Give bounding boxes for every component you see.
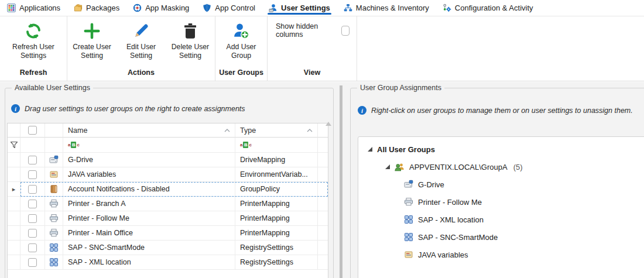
show-hidden-columns-checkbox[interactable] xyxy=(341,26,350,36)
button-label: Refresh User Settings xyxy=(4,43,63,60)
button-label: Edit User Setting xyxy=(117,43,166,60)
tree-item-label: Printer - Follow Me xyxy=(418,198,482,207)
setting-name: G-Drive xyxy=(63,153,235,167)
type-filter-input[interactable]: aBc xyxy=(235,138,318,153)
setting-name: JAVA variables xyxy=(63,167,235,182)
tab-applications[interactable]: Applications xyxy=(6,0,61,16)
table-row[interactable]: JAVA variables EnvironmentVariab... xyxy=(8,167,328,182)
name-filter-input[interactable]: aBc xyxy=(63,138,235,153)
tree-item-label: G-Drive xyxy=(418,180,444,189)
tree-item[interactable]: SAP - SNC-SmartMode xyxy=(358,228,644,246)
info-icon: i xyxy=(358,106,366,115)
row-checkbox[interactable] xyxy=(28,229,37,238)
edit-user-setting-button[interactable]: Edit User Setting xyxy=(117,22,166,60)
tree-node-label: APPVENTIX.LOCAL\GroupA xyxy=(409,163,508,171)
ribbon-group-label-user-groups: User Groups xyxy=(215,67,267,80)
column-label: Type xyxy=(240,126,256,135)
tab-label: Packages xyxy=(86,4,119,12)
delete-user-setting-button[interactable]: Delete User Setting xyxy=(166,22,215,60)
printer-mapping-icon xyxy=(49,214,59,223)
setting-name: SAP - XML location xyxy=(63,255,235,270)
drive-mapping-icon xyxy=(49,155,59,164)
filter-funnel-icon xyxy=(10,141,18,149)
filter-cell xyxy=(8,138,20,153)
row-checkbox[interactable] xyxy=(28,200,37,208)
row-checkbox[interactable] xyxy=(28,258,37,267)
tree-item[interactable]: SAP - XML location xyxy=(358,211,644,228)
row-checkbox[interactable] xyxy=(28,243,37,252)
available-user-settings-panel: Available User Settings i Drag user sett… xyxy=(5,88,334,278)
refresh-icon xyxy=(25,22,42,40)
tab-user-settings[interactable]: User Settings xyxy=(268,0,331,16)
panel-info-text: Right-click on user groups to manage the… xyxy=(371,107,633,115)
expander-expanded-icon[interactable] xyxy=(368,147,372,152)
button-label: Add User Group xyxy=(217,43,266,60)
create-user-setting-button[interactable]: Create User Setting xyxy=(67,22,117,60)
drive-mapping-icon xyxy=(404,180,413,189)
add-user-group-button[interactable]: Add User Group xyxy=(217,22,266,60)
user-settings-grid: Name Type aBc xyxy=(7,123,328,278)
tree-node-all-user-groups[interactable]: All User Groups xyxy=(358,140,644,158)
tab-label: User Settings xyxy=(281,4,330,12)
tab-machines-inventory[interactable]: Machines & Inventory xyxy=(342,0,430,16)
plus-icon xyxy=(83,22,101,40)
panel-splitter[interactable] xyxy=(340,85,342,278)
column-header-name[interactable]: Name xyxy=(63,123,235,138)
tab-app-control[interactable]: App Control xyxy=(201,0,256,16)
filter-cell xyxy=(318,138,328,153)
main-tab-bar: Applications Packages App Masking App Co… xyxy=(0,0,644,16)
environment-variable-icon xyxy=(404,250,413,259)
expander-expanded-icon[interactable] xyxy=(385,164,390,169)
assignment-count: (5) xyxy=(513,163,523,171)
setting-name: Printer - Follow Me xyxy=(63,211,235,226)
environment-variable-icon xyxy=(49,170,59,179)
ribbon: Refresh User Settings Refresh Create Use… xyxy=(0,16,644,81)
trash-icon xyxy=(181,22,199,40)
table-row[interactable]: G-Drive DriveMapping xyxy=(8,153,328,167)
setting-name: SAP - SNC-SmartMode xyxy=(63,241,235,255)
table-row[interactable]: SAP - XML location RegistrySettings xyxy=(8,255,328,270)
tree-item[interactable]: G-Drive xyxy=(358,176,644,193)
table-row[interactable]: SAP - SNC-SmartMode RegistrySettings xyxy=(8,241,328,255)
setting-name: Printer - Main Office xyxy=(63,226,235,241)
row-indicator-header xyxy=(8,123,20,138)
icon-column-header xyxy=(45,123,63,138)
printer-mapping-icon xyxy=(404,197,413,207)
user-group-assignments-panel: User Group Assignments i Right-click on … xyxy=(350,88,644,278)
select-all-header[interactable] xyxy=(20,123,45,138)
match-mode-icon: aBc xyxy=(68,142,80,148)
column-header-type[interactable]: Type xyxy=(235,123,318,138)
tab-app-masking[interactable]: App Masking xyxy=(132,0,190,16)
table-row-focused[interactable]: ▸ Account Notifcations - Disabled GroupP… xyxy=(8,182,328,197)
scrollbar-up-arrow[interactable] xyxy=(326,122,331,126)
content-area: Available User Settings i Drag user sett… xyxy=(0,82,644,278)
sort-ascending-icon xyxy=(224,129,230,132)
refresh-user-settings-button[interactable]: Refresh User Settings xyxy=(4,22,63,60)
pencil-icon xyxy=(132,22,150,40)
row-checkbox[interactable] xyxy=(28,156,37,164)
add-user-icon xyxy=(232,22,250,40)
tree-item[interactable]: Printer - Follow Me xyxy=(358,193,644,211)
panel-title: User Group Assignments xyxy=(357,84,444,92)
column-label: Name xyxy=(68,126,87,135)
select-all-checkbox[interactable] xyxy=(28,126,37,135)
apps-grid-icon xyxy=(7,4,16,12)
tab-configuration-activity[interactable]: Configuration & Activity xyxy=(441,0,535,16)
table-row[interactable]: Printer - Follow Me PrinterMapping xyxy=(8,211,328,226)
row-checkbox[interactable] xyxy=(28,170,37,179)
tab-packages[interactable]: Packages xyxy=(73,0,121,16)
setting-name: Account Notifcations - Disabled xyxy=(63,182,235,197)
configuration-gear-icon xyxy=(443,4,451,12)
tree-item[interactable]: JAVA variables xyxy=(358,246,644,263)
setting-type: RegistrySettings xyxy=(235,241,318,255)
tree-node-label: All User Groups xyxy=(377,145,435,154)
printer-mapping-icon xyxy=(49,228,59,238)
setting-type: RegistrySettings xyxy=(235,255,318,270)
ribbon-group-label-actions: Actions xyxy=(67,67,215,80)
table-row[interactable]: Printer - Main Office PrinterMapping xyxy=(8,226,328,241)
ribbon-group-actions: Create User Setting Edit User Setting De… xyxy=(67,16,215,81)
row-checkbox[interactable] xyxy=(28,185,37,194)
row-checkbox[interactable] xyxy=(28,214,37,223)
table-row[interactable]: Printer - Branch A PrinterMapping xyxy=(8,197,328,211)
tree-node-group[interactable]: APPVENTIX.LOCAL\GroupA (5) xyxy=(358,158,644,176)
